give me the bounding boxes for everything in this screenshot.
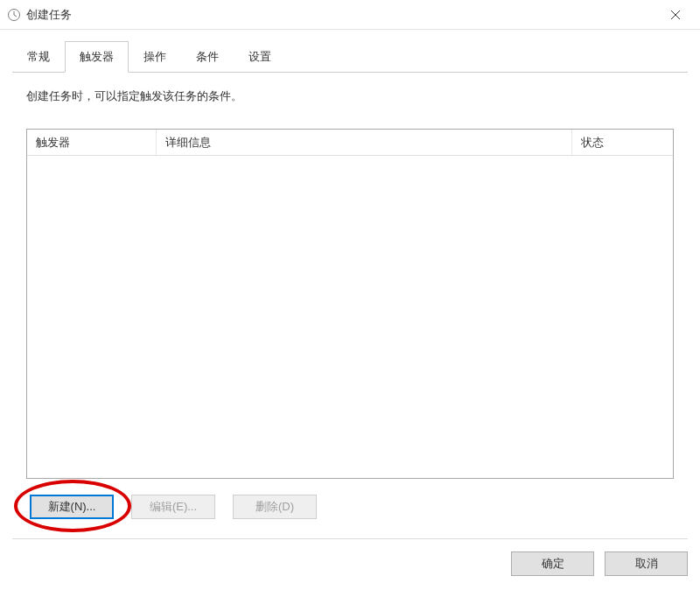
- tab-triggers[interactable]: 触发器: [65, 41, 129, 73]
- content-area: 常规 触发器 操作 条件 设置 创建任务时，可以指定触发该任务的条件。 触发器 …: [0, 30, 700, 533]
- titlebar: 创建任务: [0, 0, 700, 30]
- tab-strip: 常规 触发器 操作 条件 设置: [12, 40, 688, 73]
- clock-icon: [7, 8, 21, 22]
- column-detail[interactable]: 详细信息: [157, 130, 572, 155]
- tab-conditions[interactable]: 条件: [181, 41, 234, 73]
- edit-button: 编辑(E)...: [131, 495, 215, 519]
- delete-button: 删除(D): [233, 495, 317, 519]
- new-button[interactable]: 新建(N)...: [30, 495, 114, 519]
- tab-description: 创建任务时，可以指定触发该任务的条件。: [26, 88, 674, 104]
- trigger-list[interactable]: 触发器 详细信息 状态: [26, 129, 674, 479]
- svg-line-2: [14, 15, 17, 17]
- column-trigger[interactable]: 触发器: [27, 130, 157, 155]
- ok-button[interactable]: 确定: [511, 551, 594, 576]
- list-body[interactable]: [27, 156, 673, 478]
- tab-general[interactable]: 常规: [12, 41, 65, 73]
- list-header: 触发器 详细信息 状态: [27, 130, 673, 156]
- button-row: 新建(N)... 编辑(E)... 删除(D): [26, 479, 674, 519]
- tab-actions[interactable]: 操作: [129, 41, 181, 73]
- column-status[interactable]: 状态: [572, 130, 673, 155]
- close-icon[interactable]: [658, 0, 693, 29]
- dialog-buttons: 确定 取消: [12, 538, 688, 588]
- cancel-button[interactable]: 取消: [605, 551, 688, 576]
- tab-content: 创建任务时，可以指定触发该任务的条件。 触发器 详细信息 状态 新建(N)...…: [12, 73, 688, 533]
- window-title: 创建任务: [26, 7, 658, 23]
- tab-settings[interactable]: 设置: [234, 41, 286, 73]
